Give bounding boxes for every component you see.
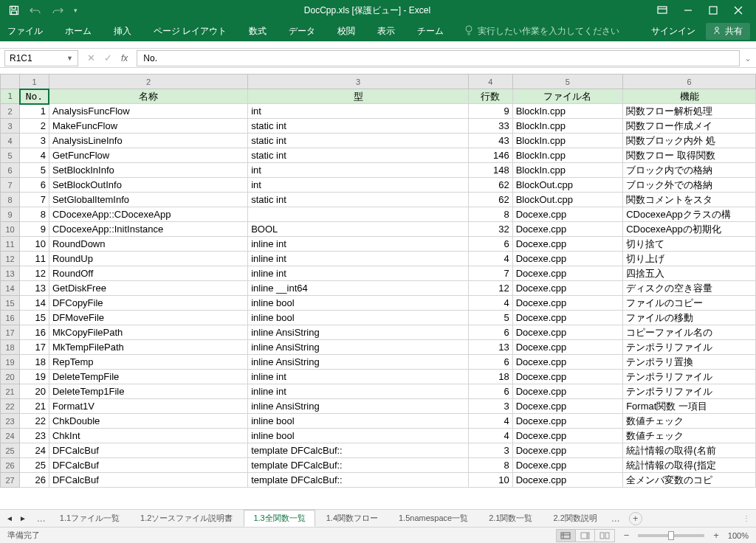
cell[interactable]: Docexe.cpp: [512, 325, 623, 340]
cell[interactable]: 18: [20, 355, 49, 370]
cell[interactable]: Docexe.cpp: [512, 237, 623, 252]
page-layout-view-button[interactable]: [576, 530, 595, 542]
undo-icon[interactable]: [30, 6, 41, 15]
cell[interactable]: inline __int64: [248, 281, 469, 296]
cell[interactable]: 43: [468, 134, 512, 148]
cell[interactable]: 4: [468, 296, 512, 311]
cell[interactable]: 関数フロー作成メイ: [623, 119, 756, 134]
row-header[interactable]: 1: [1, 89, 20, 104]
cell[interactable]: 5: [20, 163, 49, 178]
cell[interactable]: DFMoveFile: [49, 311, 247, 325]
cell[interactable]: 関数コメントをスタ: [623, 193, 756, 207]
maximize-icon[interactable]: [709, 6, 718, 15]
cell[interactable]: Docexe.cpp: [512, 370, 623, 384]
tab-home[interactable]: ホーム: [63, 22, 93, 41]
cell[interactable]: ChkInt: [49, 429, 247, 443]
cell[interactable]: ブロック外での格納: [623, 178, 756, 193]
cell[interactable]: CDocexeAppクラスの構: [623, 207, 756, 222]
cell[interactable]: 4: [468, 429, 512, 443]
cell[interactable]: 6: [468, 325, 512, 340]
cell[interactable]: Docexe.cpp: [512, 355, 623, 370]
cell[interactable]: ディスクの空き容量: [623, 281, 756, 296]
tab-file[interactable]: ファイル: [6, 22, 44, 41]
row-header[interactable]: 18: [1, 340, 20, 355]
cell[interactable]: 62: [468, 193, 512, 207]
cell[interactable]: CDocexeApp::CDocexeApp: [49, 207, 247, 222]
cell[interactable]: RepTemp: [49, 355, 247, 370]
cell[interactable]: DFCopyFile: [49, 296, 247, 311]
cell[interactable]: 切り捨て: [623, 237, 756, 252]
cell[interactable]: 6: [468, 355, 512, 370]
cell[interactable]: BlockOut.cpp: [512, 193, 623, 207]
cell[interactable]: 型: [248, 89, 469, 104]
redo-icon[interactable]: [52, 6, 63, 15]
column-header[interactable]: 1: [20, 75, 49, 89]
cell[interactable]: 13: [20, 281, 49, 296]
cell[interactable]: Docexe.cpp: [512, 429, 623, 443]
cell[interactable]: inline int: [248, 237, 469, 252]
cell[interactable]: 18: [468, 370, 512, 384]
cell[interactable]: static int: [248, 119, 469, 134]
sheet-tab[interactable]: 1.4関数フロー: [317, 510, 388, 527]
cell[interactable]: static int: [248, 193, 469, 207]
save-icon[interactable]: [9, 5, 19, 15]
column-header[interactable]: 3: [248, 75, 469, 89]
column-header[interactable]: 4: [468, 75, 512, 89]
row-header[interactable]: 25: [1, 443, 20, 458]
cell[interactable]: inline bool: [248, 429, 469, 443]
cell[interactable]: 4: [468, 252, 512, 266]
column-header[interactable]: 6: [623, 75, 756, 89]
row-header[interactable]: 12: [1, 252, 20, 266]
share-button[interactable]: 共有: [706, 23, 750, 40]
cell[interactable]: Docexe.cpp: [512, 473, 623, 488]
cell[interactable]: 6: [468, 384, 512, 399]
cell[interactable]: ファイルの移動: [623, 311, 756, 325]
cell[interactable]: 名称: [49, 89, 247, 104]
cell[interactable]: テンポラリファイル: [623, 340, 756, 355]
row-header[interactable]: 17: [1, 325, 20, 340]
cell[interactable]: inline bool: [248, 296, 469, 311]
cell[interactable]: inline AnsiString: [248, 399, 469, 414]
cell[interactable]: static int: [248, 148, 469, 163]
sheet-tab[interactable]: 2.2関数説明: [543, 510, 606, 527]
grid[interactable]: 1234561No.名称型行数ファイル名機能21AnalysisFuncFlow…: [0, 74, 756, 509]
cell[interactable]: 20: [20, 384, 49, 399]
sheet-tab[interactable]: 1.2ソースファイル説明書: [131, 510, 242, 527]
name-box[interactable]: R1C1 ▼: [4, 50, 78, 66]
cell[interactable]: 16: [20, 325, 49, 340]
cell[interactable]: Docexe.cpp: [512, 414, 623, 429]
cell[interactable]: 4: [468, 414, 512, 429]
cell[interactable]: int: [248, 178, 469, 193]
cell[interactable]: DeleteTempFile: [49, 370, 247, 384]
cell[interactable]: テンポラリファイル: [623, 384, 756, 399]
cell[interactable]: DFCalcBuf: [49, 458, 247, 473]
cell[interactable]: 19: [20, 370, 49, 384]
cell[interactable]: 統計情報の取得(指定: [623, 458, 756, 473]
cell[interactable]: 12: [20, 266, 49, 281]
tab-nav-prev-icon[interactable]: ◄: [6, 514, 13, 522]
cell[interactable]: 12: [468, 281, 512, 296]
cell[interactable]: Docexe.cpp: [512, 252, 623, 266]
cell[interactable]: 行数: [468, 89, 512, 104]
cell[interactable]: 統計情報の取得(名前: [623, 443, 756, 458]
cell[interactable]: Docexe.cpp: [512, 207, 623, 222]
cell[interactable]: 数値チェック: [623, 414, 756, 429]
cell[interactable]: ファイル名: [512, 89, 623, 104]
cell[interactable]: 7: [20, 193, 49, 207]
normal-view-button[interactable]: [557, 530, 576, 542]
cell[interactable]: ChkDouble: [49, 414, 247, 429]
page-break-view-button[interactable]: [595, 530, 614, 542]
row-header[interactable]: 26: [1, 458, 20, 473]
cell[interactable]: SetBlockOutInfo: [49, 178, 247, 193]
cell[interactable]: 23: [20, 429, 49, 443]
cell[interactable]: Docexe.cpp: [512, 384, 623, 399]
row-header[interactable]: 4: [1, 134, 20, 148]
tab-review[interactable]: 校閲: [336, 22, 357, 41]
expand-formula-icon[interactable]: ⌄: [744, 53, 756, 63]
cell[interactable]: Docexe.cpp: [512, 458, 623, 473]
cell[interactable]: Docexe.cpp: [512, 222, 623, 237]
row-header[interactable]: 21: [1, 384, 20, 399]
tab-data[interactable]: データ: [287, 22, 317, 41]
cell[interactable]: 8: [468, 207, 512, 222]
cell[interactable]: inline AnsiString: [248, 325, 469, 340]
